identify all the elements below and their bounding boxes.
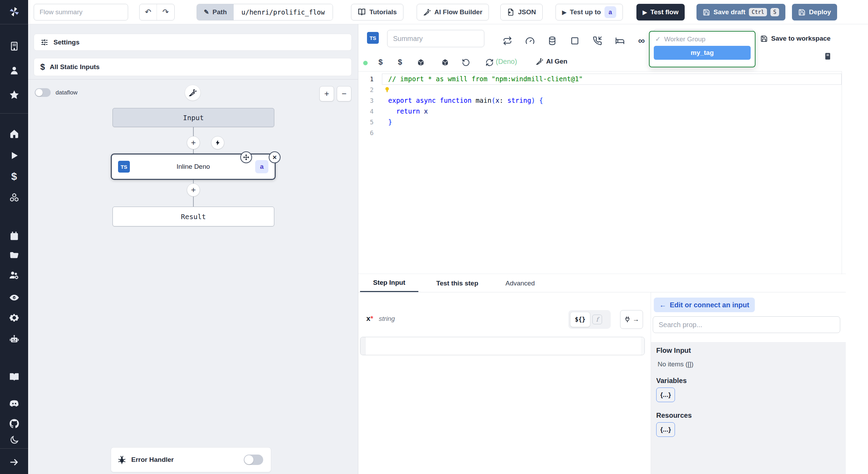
audit-logs-eye-icon[interactable] xyxy=(0,291,28,305)
move-node-handle[interactable] xyxy=(240,151,252,163)
fn-mode-button[interactable]: f xyxy=(592,315,602,324)
code-line-1[interactable]: // import * as wmill from "npm:windmill-… xyxy=(388,74,583,84)
my-tag-option[interactable]: my_tag xyxy=(654,46,751,60)
workspace-building-icon[interactable] xyxy=(0,39,28,53)
docs-book-icon[interactable] xyxy=(0,370,28,384)
code-line-3[interactable]: export async function main(x: string) { xyxy=(388,95,543,106)
test-flow-label: Test flow xyxy=(650,8,678,16)
edit-or-connect-pill[interactable]: ← Edit or connect an input xyxy=(654,298,755,312)
kbd-s: S xyxy=(770,8,779,16)
deploy-button[interactable]: Deploy xyxy=(792,4,837,20)
flow-settings-card[interactable]: Settings xyxy=(34,34,352,51)
package-cube-icon[interactable] xyxy=(417,58,425,67)
test-up-to-button[interactable]: ▶ Test up to a xyxy=(556,4,623,20)
flow-summary-input[interactable] xyxy=(34,4,128,20)
variables-object-chip[interactable]: {...} xyxy=(656,388,675,402)
folders-icon[interactable] xyxy=(0,248,28,262)
lightbulb-icon[interactable] xyxy=(383,86,391,93)
expr-mode-button[interactable]: ${} xyxy=(570,312,590,327)
tab-advanced[interactable]: Advanced xyxy=(501,274,539,292)
github-icon[interactable] xyxy=(0,417,28,431)
add-step-button[interactable]: + xyxy=(187,183,200,197)
favorites-star-icon[interactable] xyxy=(0,88,28,102)
error-handler-card[interactable]: Error Handler xyxy=(111,447,271,472)
field-value-input[interactable] xyxy=(360,337,645,355)
early-stop-square-icon[interactable] xyxy=(570,36,579,45)
settings-label: Settings xyxy=(53,39,80,46)
settings-gear-icon[interactable] xyxy=(0,311,28,325)
result-node[interactable]: Result xyxy=(112,207,274,226)
connect-input-button[interactable]: → xyxy=(620,310,643,329)
delete-node-icon[interactable]: ✕ xyxy=(269,151,281,163)
loop-infinity-icon[interactable]: ∞ xyxy=(638,35,645,46)
ai-gen-label: AI Gen xyxy=(546,58,567,65)
code-token: function xyxy=(440,97,476,104)
variables-dollar-icon[interactable]: $ xyxy=(0,169,28,183)
sliders-icon xyxy=(40,38,49,47)
undo-redo-group: ↶ ↷ xyxy=(139,4,175,20)
sleep-bed-icon[interactable] xyxy=(615,36,625,45)
schedules-calendar-icon[interactable] xyxy=(0,229,28,243)
path-edit-segment[interactable]: ✎ Path xyxy=(197,4,234,20)
error-handler-toggle[interactable] xyxy=(244,455,263,465)
save-draft-button[interactable]: Save draft Ctrl S xyxy=(696,4,785,20)
zoom-out-button[interactable]: − xyxy=(337,86,351,101)
ai-gen-button[interactable]: AI Gen xyxy=(536,58,567,65)
search-prop-input[interactable] xyxy=(653,316,840,333)
all-static-inputs-card[interactable]: $ All Static Inputs xyxy=(34,58,352,76)
home-icon[interactable] xyxy=(0,127,28,141)
expand-sidebar-arrow-icon[interactable] xyxy=(0,455,28,469)
code-token: { xyxy=(539,97,543,104)
flow-input-empty: No items ([]) xyxy=(658,360,693,368)
retry-repeat-icon[interactable] xyxy=(503,36,512,45)
input-scroll-strip xyxy=(641,337,644,355)
redo-icon[interactable]: ↷ xyxy=(157,4,174,20)
zoom-in-button[interactable]: + xyxy=(319,86,334,101)
groups-users-gear-icon[interactable] xyxy=(0,268,28,282)
library-book-icon[interactable] xyxy=(824,52,832,60)
suspend-phone-icon[interactable] xyxy=(593,36,602,45)
code-line-5[interactable]: } xyxy=(388,117,392,127)
variable-dollar-icon[interactable]: $ xyxy=(378,58,383,67)
editor-top-border xyxy=(358,71,842,72)
package-cube-icon[interactable] xyxy=(441,58,449,67)
ai-magic-button[interactable] xyxy=(185,85,201,101)
worker-group-option[interactable]: ✓ Worker Group xyxy=(650,32,755,45)
tab-step-input[interactable]: Step Input xyxy=(360,274,418,292)
line-number: 1 xyxy=(358,74,374,84)
resources-object-chip[interactable]: {...} xyxy=(656,422,675,437)
code-token: main xyxy=(476,97,492,104)
json-button[interactable]: JSON xyxy=(500,4,543,20)
refresh-icon[interactable] xyxy=(485,58,494,67)
resources-boxes-icon[interactable] xyxy=(0,190,28,204)
add-step-button[interactable]: + xyxy=(187,136,200,149)
dark-mode-moon-icon[interactable] xyxy=(0,434,28,446)
summary-input[interactable] xyxy=(387,30,484,47)
cache-database-icon[interactable] xyxy=(548,36,557,45)
undo-icon[interactable]: ↶ xyxy=(140,4,157,20)
save-to-workspace-button[interactable]: Save to workspace xyxy=(760,35,831,42)
test-flow-button[interactable]: ▶ Test flow xyxy=(636,4,685,20)
resource-dollar-icon[interactable]: $ xyxy=(398,58,402,67)
input-node[interactable]: Input xyxy=(112,108,274,127)
dataflow-toggle[interactable] xyxy=(35,88,51,97)
ai-flow-builder-button[interactable]: AI Flow Builder xyxy=(417,4,489,20)
tab-test-this-step[interactable]: Test this step xyxy=(429,274,485,292)
editor-right-border xyxy=(842,71,842,274)
runs-play-icon[interactable] xyxy=(0,149,28,163)
reset-rotate-ccw-icon[interactable] xyxy=(462,58,470,67)
code-token: x xyxy=(424,107,428,115)
discord-icon[interactable] xyxy=(0,397,28,410)
concurrency-gauge-icon[interactable] xyxy=(525,36,535,45)
trigger-bolt-button[interactable] xyxy=(211,136,224,149)
user-icon[interactable] xyxy=(0,64,28,77)
workers-robot-icon[interactable] xyxy=(0,332,28,346)
windmill-logo-icon[interactable] xyxy=(0,5,28,19)
plug-icon xyxy=(624,316,631,323)
code-line-4[interactable]: return x xyxy=(388,106,428,117)
pencil-icon: ✎ xyxy=(204,8,209,16)
path-group[interactable]: ✎ Path u/henri/prolific_flow xyxy=(197,4,333,20)
tutorials-button[interactable]: Tutorials xyxy=(351,4,403,20)
all-static-inputs-label: All Static Inputs xyxy=(50,63,100,71)
line-number: 2 xyxy=(358,84,374,95)
